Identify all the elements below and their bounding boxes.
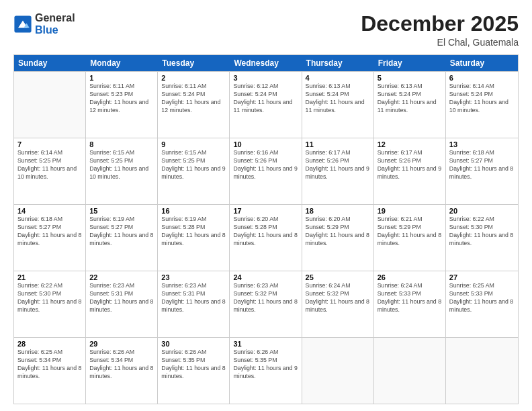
cell-day-number: 22: [89, 273, 154, 281]
cell-day-number: 11: [306, 140, 370, 148]
calendar-week-row: 14Sunrise: 6:18 AMSunset: 5:27 PMDayligh…: [14, 204, 518, 271]
calendar-cell: 6Sunrise: 6:14 AMSunset: 5:24 PMDaylight…: [446, 72, 518, 138]
calendar-cell: 18Sunrise: 6:20 AMSunset: 5:29 PMDayligh…: [302, 205, 374, 271]
cell-day-number: 19: [378, 207, 442, 215]
calendar-header: SundayMondayTuesdayWednesdayThursdayFrid…: [14, 55, 518, 71]
calendar-cell: 27Sunrise: 6:25 AMSunset: 5:33 PMDayligh…: [446, 271, 518, 337]
cell-sun-info: Sunrise: 6:24 AMSunset: 5:33 PMDaylight:…: [378, 282, 442, 314]
calendar-cell: 9Sunrise: 6:15 AMSunset: 5:25 PMDaylight…: [158, 138, 230, 204]
calendar-cell: [446, 338, 518, 404]
calendar-cell: 4Sunrise: 6:13 AMSunset: 5:24 PMDaylight…: [302, 72, 374, 138]
cell-day-number: 12: [378, 140, 442, 148]
day-of-week-header: Monday: [86, 55, 158, 71]
cell-sun-info: Sunrise: 6:21 AMSunset: 5:29 PMDaylight:…: [378, 216, 442, 248]
calendar-week-row: 28Sunrise: 6:25 AMSunset: 5:34 PMDayligh…: [14, 337, 518, 404]
cell-sun-info: Sunrise: 6:23 AMSunset: 5:32 PMDaylight:…: [233, 282, 298, 314]
cell-day-number: 29: [89, 340, 154, 348]
cell-day-number: 16: [161, 207, 226, 215]
title-block: December 2025 El Chal, Guatemala: [361, 12, 519, 48]
calendar-week-row: 7Sunrise: 6:14 AMSunset: 5:25 PMDaylight…: [14, 138, 518, 204]
cell-sun-info: Sunrise: 6:20 AMSunset: 5:28 PMDaylight:…: [233, 216, 298, 248]
cell-sun-info: Sunrise: 6:16 AMSunset: 5:26 PMDaylight:…: [233, 149, 298, 181]
cell-sun-info: Sunrise: 6:11 AMSunset: 5:24 PMDaylight:…: [161, 83, 226, 115]
cell-day-number: 4: [306, 74, 370, 82]
cell-day-number: 26: [378, 273, 442, 281]
calendar-cell: 10Sunrise: 6:16 AMSunset: 5:26 PMDayligh…: [230, 138, 302, 204]
cell-day-number: 7: [17, 140, 82, 148]
calendar: SundayMondayTuesdayWednesdayThursdayFrid…: [13, 54, 519, 404]
calendar-cell: [14, 72, 86, 138]
cell-sun-info: Sunrise: 6:15 AMSunset: 5:25 PMDaylight:…: [161, 149, 226, 181]
calendar-cell: 19Sunrise: 6:21 AMSunset: 5:29 PMDayligh…: [374, 205, 446, 271]
calendar-cell: 26Sunrise: 6:24 AMSunset: 5:33 PMDayligh…: [374, 271, 446, 337]
cell-day-number: 13: [449, 140, 515, 148]
cell-sun-info: Sunrise: 6:20 AMSunset: 5:29 PMDaylight:…: [306, 216, 370, 248]
cell-day-number: 27: [449, 273, 515, 281]
calendar-week-row: 21Sunrise: 6:22 AMSunset: 5:30 PMDayligh…: [14, 271, 518, 337]
calendar-cell: 13Sunrise: 6:18 AMSunset: 5:27 PMDayligh…: [446, 138, 518, 204]
day-of-week-header: Wednesday: [230, 55, 302, 71]
cell-sun-info: Sunrise: 6:14 AMSunset: 5:25 PMDaylight:…: [17, 149, 82, 181]
cell-day-number: 31: [233, 340, 298, 348]
cell-sun-info: Sunrise: 6:24 AMSunset: 5:32 PMDaylight:…: [306, 282, 370, 314]
cell-day-number: 1: [89, 74, 154, 82]
cell-sun-info: Sunrise: 6:14 AMSunset: 5:24 PMDaylight:…: [449, 83, 515, 115]
logo: General Blue: [13, 12, 75, 36]
calendar-cell: 11Sunrise: 6:17 AMSunset: 5:26 PMDayligh…: [302, 138, 374, 204]
calendar-week-row: 1Sunrise: 6:11 AMSunset: 5:23 PMDaylight…: [14, 71, 518, 138]
logo-blue: Blue: [35, 24, 75, 36]
calendar-cell: 3Sunrise: 6:12 AMSunset: 5:24 PMDaylight…: [230, 72, 302, 138]
day-of-week-header: Friday: [374, 55, 446, 71]
cell-day-number: 25: [306, 273, 370, 281]
calendar-cell: 25Sunrise: 6:24 AMSunset: 5:32 PMDayligh…: [302, 271, 374, 337]
header: General Blue December 2025 El Chal, Guat…: [13, 12, 519, 48]
cell-day-number: 21: [17, 273, 82, 281]
calendar-cell: 12Sunrise: 6:17 AMSunset: 5:26 PMDayligh…: [374, 138, 446, 204]
logo-icon: [13, 15, 32, 34]
month-year: December 2025: [361, 12, 519, 36]
cell-day-number: 30: [161, 340, 226, 348]
calendar-cell: 29Sunrise: 6:26 AMSunset: 5:34 PMDayligh…: [86, 338, 158, 404]
cell-sun-info: Sunrise: 6:26 AMSunset: 5:34 PMDaylight:…: [89, 349, 154, 381]
cell-day-number: 9: [161, 140, 226, 148]
cell-sun-info: Sunrise: 6:25 AMSunset: 5:34 PMDaylight:…: [17, 349, 82, 381]
location: El Chal, Guatemala: [361, 37, 519, 48]
cell-sun-info: Sunrise: 6:22 AMSunset: 5:30 PMDaylight:…: [449, 216, 515, 248]
cell-sun-info: Sunrise: 6:18 AMSunset: 5:27 PMDaylight:…: [449, 149, 515, 181]
calendar-cell: 7Sunrise: 6:14 AMSunset: 5:25 PMDaylight…: [14, 138, 86, 204]
calendar-cell: 21Sunrise: 6:22 AMSunset: 5:30 PMDayligh…: [14, 271, 86, 337]
cell-day-number: 18: [306, 207, 370, 215]
calendar-cell: 30Sunrise: 6:26 AMSunset: 5:35 PMDayligh…: [158, 338, 230, 404]
cell-day-number: 14: [17, 207, 82, 215]
day-of-week-header: Thursday: [302, 55, 374, 71]
cell-day-number: 23: [161, 273, 226, 281]
cell-sun-info: Sunrise: 6:13 AMSunset: 5:24 PMDaylight:…: [378, 83, 442, 115]
cell-sun-info: Sunrise: 6:26 AMSunset: 5:35 PMDaylight:…: [233, 349, 298, 381]
cell-sun-info: Sunrise: 6:19 AMSunset: 5:27 PMDaylight:…: [89, 216, 154, 248]
cell-sun-info: Sunrise: 6:17 AMSunset: 5:26 PMDaylight:…: [306, 149, 370, 181]
calendar-cell: 23Sunrise: 6:23 AMSunset: 5:31 PMDayligh…: [158, 271, 230, 337]
calendar-cell: 31Sunrise: 6:26 AMSunset: 5:35 PMDayligh…: [230, 338, 302, 404]
cell-sun-info: Sunrise: 6:15 AMSunset: 5:25 PMDaylight:…: [89, 149, 154, 181]
cell-sun-info: Sunrise: 6:12 AMSunset: 5:24 PMDaylight:…: [233, 83, 298, 115]
cell-sun-info: Sunrise: 6:11 AMSunset: 5:23 PMDaylight:…: [89, 83, 154, 115]
cell-day-number: 2: [161, 74, 226, 82]
cell-day-number: 17: [233, 207, 298, 215]
cell-sun-info: Sunrise: 6:25 AMSunset: 5:33 PMDaylight:…: [449, 282, 515, 314]
cell-sun-info: Sunrise: 6:22 AMSunset: 5:30 PMDaylight:…: [17, 282, 82, 314]
day-of-week-header: Sunday: [14, 55, 86, 71]
calendar-cell: 15Sunrise: 6:19 AMSunset: 5:27 PMDayligh…: [86, 205, 158, 271]
calendar-cell: 20Sunrise: 6:22 AMSunset: 5:30 PMDayligh…: [446, 205, 518, 271]
cell-day-number: 3: [233, 74, 298, 82]
cell-day-number: 28: [17, 340, 82, 348]
day-of-week-header: Saturday: [446, 55, 518, 71]
cell-day-number: 5: [378, 74, 442, 82]
logo-general: General: [35, 12, 75, 24]
calendar-cell: 14Sunrise: 6:18 AMSunset: 5:27 PMDayligh…: [14, 205, 86, 271]
cell-day-number: 15: [89, 207, 154, 215]
cell-day-number: 20: [449, 207, 515, 215]
cell-sun-info: Sunrise: 6:23 AMSunset: 5:31 PMDaylight:…: [161, 282, 226, 314]
calendar-cell: 1Sunrise: 6:11 AMSunset: 5:23 PMDaylight…: [86, 72, 158, 138]
calendar-cell: 24Sunrise: 6:23 AMSunset: 5:32 PMDayligh…: [230, 271, 302, 337]
calendar-cell: 22Sunrise: 6:23 AMSunset: 5:31 PMDayligh…: [86, 271, 158, 337]
